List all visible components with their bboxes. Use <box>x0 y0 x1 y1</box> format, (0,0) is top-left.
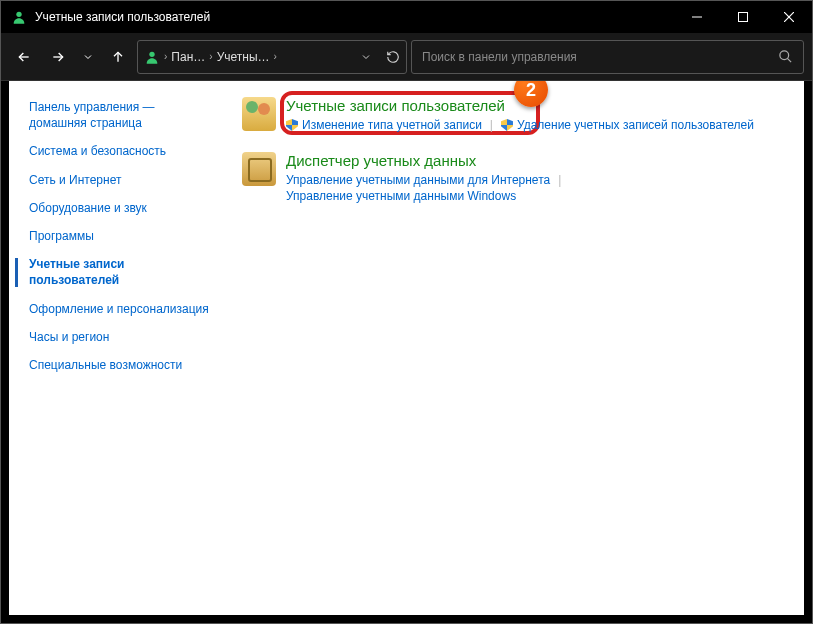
sidebar: Панель управления — домашняя страница Си… <box>9 81 224 615</box>
category-user-accounts: Учетные записи пользователей Изменение т… <box>242 97 784 132</box>
breadcrumb-user-accounts[interactable]: Учетны… <box>217 50 270 64</box>
recent-history-button[interactable] <box>77 39 99 75</box>
link-user-accounts-title[interactable]: Учетные записи пользователей <box>286 97 505 114</box>
minimize-button[interactable] <box>674 1 720 33</box>
svg-line-7 <box>787 58 791 62</box>
chevron-down-icon[interactable] <box>360 51 372 63</box>
link-manage-windows-credentials[interactable]: Управление учетными данными Windows <box>286 189 516 203</box>
credential-manager-icon <box>242 152 276 186</box>
up-button[interactable] <box>103 39 133 75</box>
back-button[interactable] <box>9 39 39 75</box>
window-frame: Учетные записи пользователей › Пан… <box>0 0 813 624</box>
sidebar-item-home[interactable]: Панель управления — домашняя страница <box>29 99 212 131</box>
breadcrumb-control-panel[interactable]: Пан… <box>171 50 205 64</box>
sidebar-item-programs[interactable]: Программы <box>29 228 212 244</box>
user-accounts-sublinks: Изменение типа учетной записи | Удаление… <box>286 118 784 132</box>
titlebar: Учетные записи пользователей <box>1 1 812 33</box>
shield-icon <box>501 119 513 131</box>
forward-button[interactable] <box>43 39 73 75</box>
link-credential-manager-title[interactable]: Диспетчер учетных данных <box>286 152 476 169</box>
sidebar-item-user-accounts[interactable]: Учетные записи пользователей <box>29 256 212 288</box>
sidebar-item-clock-region[interactable]: Часы и регион <box>29 329 212 345</box>
link-remove-user-accounts[interactable]: Удаление учетных записей пользователей <box>501 118 754 132</box>
address-icon <box>144 49 160 65</box>
svg-point-0 <box>16 12 21 17</box>
sidebar-item-appearance[interactable]: Оформление и персонализация <box>29 301 212 317</box>
main-panel: 2 Учетные записи пользователей Изменение… <box>224 81 804 615</box>
sidebar-item-hardware[interactable]: Оборудование и звук <box>29 200 212 216</box>
link-change-account-type[interactable]: Изменение типа учетной записи <box>286 118 482 132</box>
chevron-right-icon[interactable]: › <box>209 51 212 62</box>
window-title: Учетные записи пользователей <box>35 10 210 24</box>
link-manage-web-credentials[interactable]: Управление учетными данными для Интернет… <box>286 173 550 187</box>
shield-icon <box>286 119 298 131</box>
search-box[interactable]: Поиск в панели управления <box>411 40 804 74</box>
separator: | <box>490 118 493 132</box>
separator: | <box>558 173 561 187</box>
content-area: Панель управления — домашняя страница Си… <box>9 81 804 615</box>
refresh-icon[interactable] <box>386 50 400 64</box>
search-placeholder: Поиск в панели управления <box>422 50 778 64</box>
category-credential-manager: Диспетчер учетных данных Управление учет… <box>242 152 784 203</box>
chevron-right-icon[interactable]: › <box>274 51 277 62</box>
credential-manager-sublinks: Управление учетными данными для Интернет… <box>286 173 784 203</box>
svg-rect-2 <box>739 13 748 22</box>
svg-point-6 <box>780 51 789 60</box>
sidebar-item-system[interactable]: Система и безопасность <box>29 143 212 159</box>
address-bar[interactable]: › Пан… › Учетны… › <box>137 40 407 74</box>
search-icon <box>778 49 793 64</box>
user-accounts-icon <box>11 9 27 25</box>
user-accounts-icon <box>242 97 276 131</box>
close-button[interactable] <box>766 1 812 33</box>
navigation-bar: › Пан… › Учетны… › Поиск в панели управл… <box>1 33 812 81</box>
sidebar-item-network[interactable]: Сеть и Интернет <box>29 172 212 188</box>
chevron-right-icon[interactable]: › <box>164 51 167 62</box>
sidebar-item-accessibility[interactable]: Специальные возможности <box>29 357 212 373</box>
maximize-button[interactable] <box>720 1 766 33</box>
svg-point-5 <box>149 51 154 56</box>
